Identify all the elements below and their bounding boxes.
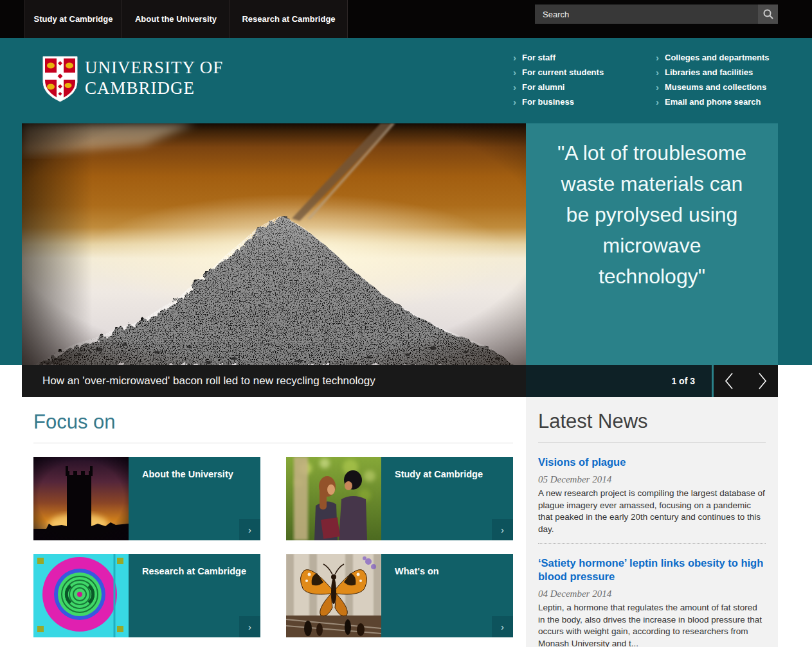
chevron-right-icon: › bbox=[656, 97, 659, 107]
tab-study-at-cambridge[interactable]: Study at Cambridge bbox=[24, 0, 122, 38]
cambridge-homepage: Study at Cambridge About the University … bbox=[0, 0, 812, 647]
chevron-right-icon: › bbox=[656, 53, 659, 62]
section-divider bbox=[33, 443, 513, 443]
carousel-prev-button[interactable] bbox=[714, 365, 746, 397]
chevron-right-icon[interactable]: › bbox=[239, 616, 260, 637]
news-item: ‘Satiety hormone’ leptin links obesity t… bbox=[538, 556, 766, 647]
link-for-business[interactable]: › For business bbox=[513, 94, 656, 109]
chevron-right-icon bbox=[755, 371, 769, 391]
card-image-butterfly bbox=[286, 554, 381, 637]
news-excerpt: A new research project is compiling the … bbox=[538, 488, 766, 535]
focus-cards: About the University › bbox=[33, 457, 513, 637]
link-museums-and-collections[interactable]: › Museums and collections bbox=[656, 80, 770, 94]
tab-about-the-university[interactable]: About the University bbox=[122, 0, 230, 38]
card-body: About the University › bbox=[129, 457, 260, 540]
card-body: Study at Cambridge › bbox=[381, 457, 513, 540]
chevron-right-icon: › bbox=[656, 67, 659, 77]
chevron-right-icon[interactable]: › bbox=[492, 519, 513, 540]
search-button[interactable] bbox=[758, 4, 778, 24]
news-title-link[interactable]: ‘Satiety hormone’ leptin links obesity t… bbox=[538, 556, 766, 583]
university-wordmark: UNIVERSITY OF CAMBRIDGE bbox=[85, 56, 223, 105]
hero-quote-panel: "A lot of troublesome waste materials ca… bbox=[526, 123, 778, 365]
cambridge-shield-icon bbox=[42, 56, 78, 105]
carousel-arrows bbox=[714, 365, 778, 397]
primary-tabs: Study at Cambridge About the University … bbox=[24, 0, 348, 38]
chevron-right-icon: › bbox=[513, 97, 516, 107]
link-libraries-and-facilities[interactable]: › Libraries and facilities bbox=[656, 65, 770, 80]
card-title: About the University bbox=[129, 457, 260, 479]
quick-links-column-1: › For staff › For current students › For… bbox=[513, 50, 656, 109]
chevron-left-icon bbox=[723, 371, 737, 391]
chevron-right-icon[interactable]: › bbox=[239, 519, 260, 540]
chevron-right-icon: › bbox=[513, 53, 516, 62]
tab-research-at-cambridge[interactable]: Research at Cambridge bbox=[230, 0, 348, 38]
section-divider bbox=[538, 442, 766, 443]
card-about-the-university[interactable]: About the University › bbox=[33, 457, 260, 540]
chevron-right-icon: › bbox=[656, 82, 659, 92]
latest-news-heading: Latest News bbox=[538, 405, 766, 433]
news-separator bbox=[538, 543, 766, 544]
card-study-at-cambridge[interactable]: Study at Cambridge › bbox=[286, 457, 513, 540]
top-navigation-bar: Study at Cambridge About the University … bbox=[0, 0, 812, 38]
chevron-right-icon: › bbox=[513, 82, 516, 92]
search-icon bbox=[762, 8, 774, 20]
quick-links: › For staff › For current students › For… bbox=[513, 50, 770, 109]
card-image-students bbox=[286, 457, 381, 540]
carousel-next-button[interactable] bbox=[746, 365, 778, 397]
card-image-micrograph bbox=[33, 554, 129, 637]
card-research-at-cambridge[interactable]: Research at Cambridge › bbox=[33, 554, 260, 637]
news-title-link[interactable]: Visions of plague bbox=[538, 456, 766, 469]
card-whats-on[interactable]: What's on › bbox=[286, 554, 513, 637]
focus-on-heading: Focus on bbox=[33, 405, 513, 434]
card-title: What's on bbox=[381, 554, 513, 576]
news-date: 05 December 2014 bbox=[538, 474, 766, 485]
site-search bbox=[535, 4, 778, 24]
card-title: Study at Cambridge bbox=[381, 457, 513, 479]
news-item: Visions of plague 05 December 2014 A new… bbox=[538, 456, 766, 544]
latest-news-section: Latest News Visions of plague 05 Decembe… bbox=[526, 397, 778, 647]
carousel-caption-row: How an 'over-microwaved' bacon roll led … bbox=[0, 365, 812, 397]
focus-on-section: Focus on bbox=[33, 405, 513, 637]
quick-links-column-2: › Colleges and departments › Libraries a… bbox=[656, 50, 770, 109]
link-for-staff[interactable]: › For staff bbox=[513, 50, 656, 65]
chevron-right-icon[interactable]: › bbox=[492, 616, 513, 637]
link-for-current-students[interactable]: › For current students bbox=[513, 65, 656, 80]
hero-quote-text: "A lot of troublesome waste materials ca… bbox=[526, 123, 778, 292]
news-date: 04 December 2014 bbox=[538, 589, 766, 599]
search-input[interactable] bbox=[535, 4, 758, 24]
carousel-caption-link[interactable]: How an 'over-microwaved' bacon roll led … bbox=[22, 365, 526, 397]
hero-carousel-image bbox=[22, 123, 526, 365]
carousel-counter: 1 of 3 bbox=[526, 365, 712, 397]
card-title: Research at Cambridge bbox=[129, 554, 260, 576]
card-body: What's on › bbox=[381, 554, 513, 637]
link-colleges-and-departments[interactable]: › Colleges and departments bbox=[656, 50, 770, 65]
chevron-right-icon: › bbox=[513, 67, 516, 77]
card-body: Research at Cambridge › bbox=[129, 554, 260, 637]
card-image-tower-sunset bbox=[33, 457, 129, 540]
university-logo[interactable]: UNIVERSITY OF CAMBRIDGE bbox=[42, 56, 223, 105]
link-for-alumni[interactable]: › For alumni bbox=[513, 80, 656, 94]
link-email-and-phone-search[interactable]: › Email and phone search bbox=[656, 94, 770, 109]
news-excerpt: Leptin, a hormone that regulates the amo… bbox=[538, 602, 766, 647]
